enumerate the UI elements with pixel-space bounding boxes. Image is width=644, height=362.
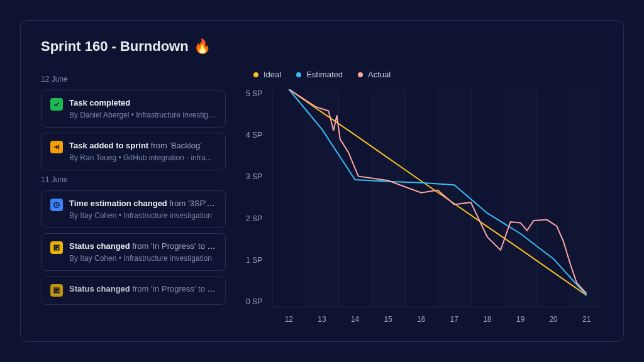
activity-feed[interactable]: 12 June Task completed By Daniel Abergel… [41,70,226,324]
activity-subtitle: By Daniel Abergel • Infrastructure inves… [69,111,216,119]
x-tick: 12 [272,315,306,324]
activity-subtitle: By Itay Cohen • Infrastructure investiga… [69,254,216,263]
y-tick: 2 SP [246,214,262,223]
y-tick: 0 SP [246,297,262,306]
x-tick: 20 [537,315,570,324]
activity-item[interactable]: Status changed from 'In Progress' to 'De… [41,233,226,271]
x-tick: 17 [438,315,471,324]
x-tick: 16 [404,315,438,324]
arrow-in-icon [50,141,63,153]
fire-icon: 🔥 [194,38,211,55]
activity-item[interactable]: Task added to sprint from 'Backlog' By R… [41,133,226,170]
legend-estimated: Estimated [296,70,343,79]
y-tick: 3 SP [246,172,262,181]
activity-subtitle: By Itay Cohen • Infrastructure investiga… [69,211,216,220]
x-tick: 13 [306,315,339,324]
y-tick: 4 SP [246,131,262,140]
activity-title: Status changed from 'In Progress' to 'De… [69,284,216,293]
legend-dot-actual [358,72,363,77]
x-tick: 18 [471,315,504,324]
legend-ideal: Ideal [253,70,281,79]
activity-subtitle: By Ran Toueg • GitHub integration - infr… [69,153,216,162]
x-tick: 21 [570,315,603,324]
chart-legend: Ideal Estimated Actual [246,70,603,79]
x-tick: 19 [504,315,537,324]
line-ideal [289,89,586,295]
x-axis: 12 13 14 15 16 17 18 19 20 21 [272,307,603,324]
activity-title: Time estimation changed from '3SP' to '5… [69,199,216,208]
list-icon [50,241,63,254]
chart-plot [272,89,603,307]
x-tick: 15 [372,315,405,324]
legend-actual: Actual [358,70,391,79]
activity-title: Task added to sprint from 'Backlog' [69,141,216,150]
y-tick: 5 SP [246,89,262,98]
activity-title: Status changed from 'In Progress' to 'De… [69,241,216,251]
y-axis: 5 SP 4 SP 3 SP 2 SP 1 SP 0 SP [246,89,267,306]
activity-item[interactable]: Status changed from 'In Progress' to 'De… [41,276,226,305]
list-icon [50,284,63,297]
page-title: Sprint 160 - Burndown 🔥 [41,38,603,55]
legend-dot-ideal [253,72,258,77]
activity-title: Task completed [69,98,216,107]
check-icon [50,98,63,111]
y-tick: 1 SP [246,256,262,265]
chart-svg [272,89,603,307]
date-label: 11 June [41,175,226,184]
x-tick: 14 [338,315,372,324]
page-title-text: Sprint 160 - Burndown [41,38,189,55]
clock-icon [50,199,63,211]
legend-dot-estimated [296,72,301,77]
chart: Ideal Estimated Actual 5 SP 4 SP 3 SP 2 … [246,70,603,324]
date-label: 12 June [41,75,226,84]
activity-item[interactable]: Task completed By Daniel Abergel • Infra… [41,90,226,128]
activity-item[interactable]: Time estimation changed from '3SP' to '5… [41,190,226,228]
